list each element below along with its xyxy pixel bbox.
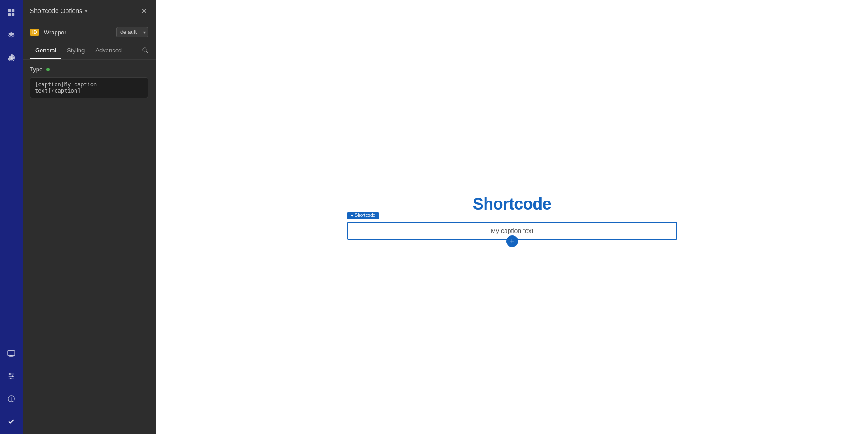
tab-advanced[interactable]: Advanced: [90, 42, 127, 59]
svg-rect-8: [9, 356, 14, 357]
grid-icon[interactable]: [4, 5, 19, 20]
wrapper-label: Wrapper: [44, 29, 112, 36]
check-icon[interactable]: [4, 414, 19, 429]
svg-point-14: [10, 378, 12, 379]
history-icon[interactable]: [4, 51, 19, 65]
info-icon[interactable]: i: [4, 392, 19, 406]
svg-rect-7: [10, 356, 12, 357]
svg-point-13: [12, 375, 14, 377]
close-icon[interactable]: ✕: [139, 6, 148, 15]
wrapper-select[interactable]: default custom: [116, 27, 148, 37]
tab-styling[interactable]: Styling: [61, 42, 90, 59]
sliders-icon[interactable]: [4, 369, 19, 383]
sidebar-title[interactable]: Shortcode Options ▾: [30, 7, 88, 14]
svg-point-17: [143, 48, 146, 51]
type-row: Type: [30, 66, 148, 73]
shortcode-tag-arrow: ◂: [351, 213, 353, 218]
wrapper-row: ID Wrapper default custom: [23, 22, 156, 42]
sidebar-panel: Shortcode Options ▾ ✕ ID Wrapper default…: [23, 0, 156, 434]
caption-text: My caption text: [491, 227, 533, 234]
shortcode-input[interactable]: [30, 77, 148, 98]
svg-rect-3: [12, 13, 14, 16]
svg-rect-1: [12, 9, 14, 12]
add-block-button[interactable]: +: [506, 235, 518, 247]
monitor-icon[interactable]: [4, 346, 19, 361]
canvas: Shortcode ◂ Shortcode My caption text +: [156, 0, 868, 434]
svg-line-18: [146, 51, 148, 53]
main-content: Shortcode ◂ Shortcode My caption text +: [156, 0, 868, 434]
sidebar-content: Type: [23, 60, 156, 434]
svg-text:i: i: [11, 397, 12, 401]
shortcode-label-tag[interactable]: ◂ Shortcode: [347, 212, 379, 219]
wrapper-badge: ID: [30, 29, 39, 36]
tab-general[interactable]: General: [30, 42, 61, 59]
sidebar-header: Shortcode Options ▾ ✕: [23, 0, 156, 22]
layers-icon[interactable]: [4, 28, 19, 42]
shortcode-tag-text: Shortcode: [355, 213, 376, 218]
page-heading: Shortcode: [347, 195, 677, 214]
icon-bar: i: [0, 0, 23, 434]
svg-rect-6: [8, 351, 15, 356]
page-section: Shortcode ◂ Shortcode My caption text +: [347, 195, 677, 240]
shortcode-block-wrapper: ◂ Shortcode My caption text +: [347, 222, 677, 240]
svg-rect-0: [8, 9, 11, 12]
wrapper-select-wrapper[interactable]: default custom: [116, 27, 148, 37]
type-label: Type: [30, 66, 42, 73]
sidebar-title-text: Shortcode Options: [30, 7, 82, 14]
chevron-down-icon: ▾: [85, 8, 88, 14]
tabs-bar: General Styling Advanced: [23, 42, 156, 60]
svg-rect-2: [8, 13, 11, 16]
type-status-dot: [46, 68, 50, 71]
search-icon[interactable]: [137, 43, 148, 58]
svg-point-12: [9, 373, 11, 375]
